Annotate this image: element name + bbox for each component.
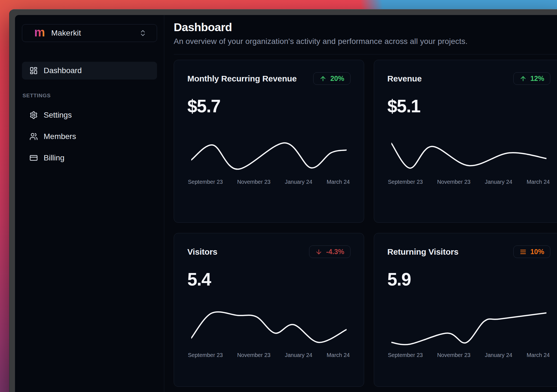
sidebar-item-label: Dashboard: [44, 66, 82, 75]
sparkline-chart: [391, 136, 547, 175]
x-axis-label: January 24: [285, 352, 312, 358]
layout-dashboard-icon: [29, 66, 38, 75]
x-axis-label: November 23: [437, 352, 471, 358]
metric-value: 5.4: [187, 269, 350, 290]
page-subtitle: An overview of your organization's activ…: [174, 37, 557, 46]
arrow-up-icon: [319, 75, 327, 82]
sidebar-item-dashboard[interactable]: Dashboard: [22, 62, 157, 80]
sidebar-item-label: Settings: [44, 111, 72, 120]
x-axis-label: January 24: [485, 179, 512, 185]
metrics-grid: Monthly Recurring Revenue 20% $5.7 Septe…: [174, 60, 557, 387]
credit-card-icon: [29, 154, 38, 162]
gear-icon: [29, 111, 38, 119]
metric-value: 5.9: [387, 269, 551, 290]
x-axis-label: November 23: [237, 179, 270, 185]
card-title: Revenue: [387, 74, 422, 83]
arrow-up-icon: [519, 75, 527, 82]
sidebar-item-label: Members: [44, 132, 76, 141]
trend-value: 12%: [530, 75, 544, 83]
app-window: m Makerkit Dashboard SETTINGS Settings M…: [9, 9, 557, 392]
menu-icon: [519, 248, 527, 255]
x-axis-label: March 24: [327, 179, 350, 185]
metric-card-returning-visitors: Returning Visitors 10% 5.9 September 23 …: [374, 233, 557, 387]
x-axis-label: November 23: [237, 352, 270, 358]
x-axis-label: September 23: [388, 179, 423, 185]
x-axis-label: March 24: [527, 352, 550, 358]
sidebar-item-billing[interactable]: Billing: [22, 151, 157, 165]
x-axis-label: March 24: [327, 352, 350, 358]
x-axis-labels: September 23 November 23 January 24 Marc…: [388, 352, 550, 358]
sidebar-item-settings[interactable]: Settings: [22, 108, 157, 122]
x-axis-labels: September 23 November 23 January 24 Marc…: [188, 352, 350, 358]
users-icon: [29, 132, 38, 141]
organization-selector[interactable]: m Makerkit: [22, 24, 157, 42]
app-surface: m Makerkit Dashboard SETTINGS Settings M…: [15, 15, 557, 392]
sparkline-chart: [391, 309, 547, 349]
x-axis-label: September 23: [388, 352, 423, 358]
trend-badge: 10%: [513, 245, 550, 258]
settings-section-label: SETTINGS: [23, 93, 157, 99]
trend-value: -4.3%: [326, 248, 344, 256]
main-content: Dashboard An overview of your organizati…: [164, 15, 557, 392]
page-header: Dashboard An overview of your organizati…: [174, 21, 557, 54]
organization-name: Makerkit: [51, 29, 81, 38]
sidebar-item-label: Billing: [44, 153, 64, 162]
sparkline-chart: [191, 136, 347, 175]
card-title: Monthly Recurring Revenue: [187, 74, 297, 83]
x-axis-labels: September 23 November 23 January 24 Marc…: [188, 179, 350, 185]
card-title: Visitors: [187, 247, 217, 257]
arrow-down-icon: [315, 248, 322, 255]
x-axis-label: September 23: [188, 179, 223, 185]
metric-card-mrr: Monthly Recurring Revenue 20% $5.7 Septe…: [174, 60, 364, 223]
sparkline-chart: [191, 309, 347, 349]
x-axis-label: March 24: [527, 179, 550, 185]
metric-card-revenue: Revenue 12% $5.1 September 23 November 2…: [374, 60, 557, 223]
x-axis-label: January 24: [485, 352, 512, 358]
trend-badge: 20%: [313, 72, 350, 85]
chevrons-up-down-icon: [139, 29, 147, 37]
trend-value: 20%: [330, 75, 344, 83]
x-axis-label: January 24: [285, 179, 312, 185]
trend-badge: -4.3%: [309, 245, 350, 258]
card-title: Returning Visitors: [387, 247, 459, 257]
makerkit-logo: m: [34, 26, 45, 38]
metric-value: $5.1: [387, 96, 551, 116]
x-axis-label: September 23: [188, 352, 223, 358]
settings-nav-group: Settings Members Billing: [22, 108, 157, 165]
metric-card-visitors: Visitors -4.3% 5.4 September 23 November…: [174, 233, 364, 387]
x-axis-label: November 23: [437, 179, 471, 185]
metric-value: $5.7: [187, 96, 350, 116]
page-title: Dashboard: [174, 21, 557, 34]
sidebar-item-members[interactable]: Members: [22, 130, 157, 143]
trend-badge: 12%: [513, 72, 550, 85]
sidebar: m Makerkit Dashboard SETTINGS Settings M…: [15, 15, 164, 392]
trend-value: 10%: [530, 248, 544, 256]
x-axis-labels: September 23 November 23 January 24 Marc…: [388, 179, 550, 185]
